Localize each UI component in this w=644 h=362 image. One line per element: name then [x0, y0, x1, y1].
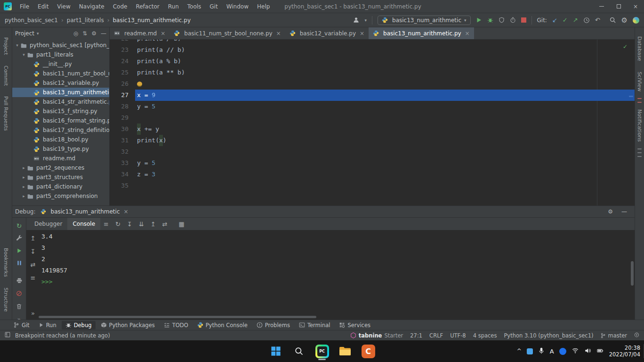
close-button[interactable]: × [627, 0, 644, 13]
code-text[interactable] [135, 112, 635, 123]
microphone-icon[interactable] [538, 347, 545, 355]
rerun-button[interactable]: ↻ [16, 222, 22, 230]
compare-output-icon[interactable]: ⇄ [159, 221, 171, 228]
toolwindow-run[interactable]: Run [35, 321, 60, 329]
editor-line[interactable]: 34z = 3 [110, 169, 635, 180]
editor-tab[interactable]: basic11_num_str_bool_none.py× [169, 27, 285, 39]
menu-help[interactable]: Help [253, 0, 274, 13]
tray-app-icon[interactable] [527, 348, 533, 354]
line-number[interactable]: 24 [110, 56, 135, 67]
code-text[interactable] [135, 78, 635, 90]
encoding-widget[interactable]: UTF-8 [450, 332, 466, 339]
toolwindow-todo[interactable]: TODO [160, 321, 192, 329]
git-push-button[interactable]: ↗ [573, 16, 578, 24]
console-options-icon[interactable]: ≡ [100, 221, 112, 228]
tabnine-widget[interactable]: tabnine Starter [350, 332, 403, 339]
show-variables-icon[interactable]: ▦ [175, 221, 187, 228]
tree-item[interactable]: ▾python_basic_sec1 [python_basic]D: [12, 41, 109, 50]
close-icon[interactable]: × [465, 30, 470, 37]
tree-item[interactable]: ▸part5_comprehension [12, 191, 109, 201]
tree-item[interactable]: basic16_format_string.py [12, 116, 109, 125]
code-text[interactable]: x += y [135, 123, 635, 135]
tree-expanded-icon[interactable]: ▾ [21, 52, 27, 57]
resume-button[interactable] [16, 248, 22, 255]
clear-console-button[interactable] [16, 303, 22, 311]
line-number[interactable]: 33 [110, 157, 135, 169]
tree-item[interactable]: basic15_f_string.py [12, 107, 109, 116]
sidebar-item-notifications[interactable]: Notifications [636, 109, 643, 142]
start-button[interactable] [266, 342, 285, 361]
debug-session-tab[interactable]: basic13_num_arithmetic × [36, 206, 133, 217]
console-output[interactable]: 3.4321419857>>> [40, 230, 635, 320]
tray-dot-icon[interactable] [559, 348, 566, 355]
taskbar-pycharm-button[interactable]: PC [313, 342, 331, 361]
scroll-to-end-icon[interactable]: ↧ [124, 221, 136, 228]
line-number[interactable]: 22 [110, 40, 135, 44]
breadcrumb-item[interactable]: part1_literals [67, 17, 104, 24]
tree-item[interactable]: readme.md [12, 154, 109, 163]
editor-line[interactable]: 23print(a // b) [110, 44, 635, 56]
editor-tab[interactable]: readme.md× [110, 27, 169, 39]
settings-button[interactable]: ⚙ [621, 16, 628, 25]
menu-tools[interactable]: Tools [183, 0, 206, 13]
line-number[interactable]: 27 [110, 90, 135, 101]
hide-debug-panel-icon[interactable]: — [621, 208, 627, 215]
close-icon[interactable]: × [360, 30, 364, 37]
sidebar-item-project[interactable]: Project [3, 37, 9, 55]
vertical-scrollbar[interactable] [631, 261, 634, 286]
toolwindow-git[interactable]: Git [9, 321, 33, 329]
code-text[interactable] [135, 180, 635, 191]
editor-line[interactable]: 35 [110, 180, 635, 191]
toolwindow-services[interactable]: Services [335, 321, 374, 329]
line-number[interactable]: 30 [110, 123, 135, 135]
toolwindow-problems[interactable]: Problems [253, 321, 294, 329]
project-panel-title[interactable]: Project [15, 30, 34, 37]
close-icon[interactable]: × [161, 30, 165, 37]
code-text[interactable] [135, 146, 635, 157]
more-actions-icon[interactable]: » [31, 310, 35, 320]
browse-history-up-icon[interactable]: ↥ [31, 235, 36, 242]
hidden-icons-chevron[interactable]: ^ [517, 348, 522, 354]
inspections-ok-icon[interactable]: ✓ [623, 43, 628, 50]
tree-item[interactable]: basic19_type.py [12, 144, 109, 154]
code-text[interactable]: y = 5 [135, 101, 635, 112]
sidebar-item-bookmarks[interactable]: Bookmarks [3, 248, 9, 277]
menu-code[interactable]: Code [109, 0, 132, 13]
battery-icon[interactable] [596, 347, 604, 355]
code-text[interactable]: print(a / b) [135, 40, 635, 44]
ime-indicator[interactable]: A [550, 348, 554, 355]
sidebar-item-commit[interactable]: Commit [3, 66, 9, 86]
tree-item[interactable]: ▸part2_sequences [12, 163, 109, 173]
git-update-button[interactable]: ↙ [552, 16, 557, 24]
stop-button[interactable] [521, 17, 526, 23]
line-number[interactable]: 28 [110, 101, 135, 112]
tree-item[interactable]: ▸part4_dictionary [12, 182, 109, 191]
maximize-button[interactable] [610, 0, 627, 13]
tree-collapsed-icon[interactable]: ▸ [21, 175, 27, 180]
intention-bulb-icon[interactable] [137, 82, 142, 87]
rerun-command-icon[interactable]: ↻ [112, 221, 124, 228]
tree-collapsed-icon[interactable]: ▸ [21, 165, 27, 170]
menu-refactor[interactable]: Refactor [131, 0, 163, 13]
editor-line[interactable]: 26 [110, 78, 635, 90]
history-button[interactable] [583, 17, 590, 24]
close-icon[interactable]: × [123, 208, 128, 215]
debug-settings-wrench-icon[interactable] [16, 235, 23, 243]
menu-navigate[interactable]: Navigate [75, 0, 109, 13]
volume-icon[interactable] [584, 347, 591, 355]
tree-collapsed-icon[interactable]: ▸ [21, 194, 27, 198]
toolwindow-terminal[interactable]: Terminal [295, 321, 334, 329]
code-text[interactable]: print(x) [135, 135, 635, 146]
code-text[interactable]: y = 5 [135, 157, 635, 169]
taskbar-c-app-button[interactable]: C [359, 342, 378, 361]
line-number[interactable]: 29 [110, 112, 135, 123]
line-ending-widget[interactable]: CRLF [429, 332, 443, 339]
code-text[interactable]: print(a % b) [135, 56, 635, 67]
taskbar-explorer-button[interactable] [336, 342, 354, 361]
minimize-button[interactable] [593, 0, 610, 13]
editor-line[interactable]: 25print(a ** b) [110, 67, 635, 78]
editor-tab[interactable]: basic12_variable.py× [285, 27, 369, 39]
profile-icon[interactable] [353, 16, 360, 24]
caret-position-widget[interactable]: 27:1 [410, 332, 422, 339]
menu-git[interactable]: Git [205, 0, 222, 13]
